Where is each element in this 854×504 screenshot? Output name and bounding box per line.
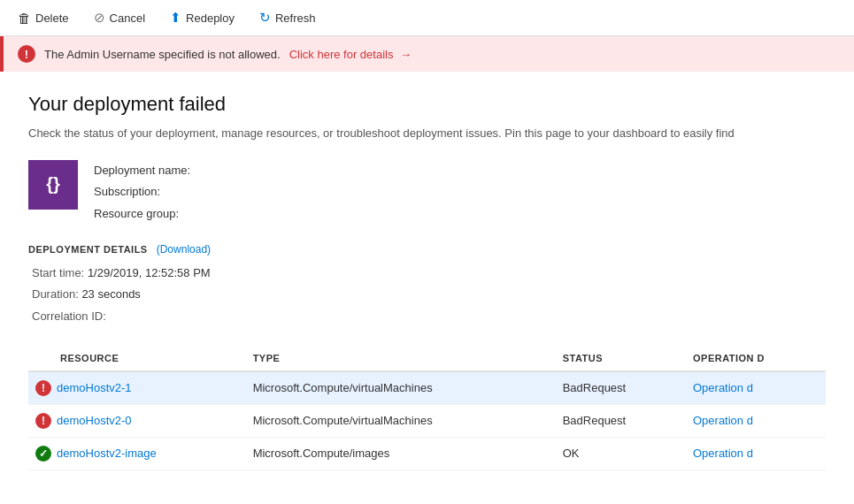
resource-group-label: Resource group:: [94, 207, 179, 220]
error-status-icon: !: [35, 380, 51, 396]
cell-resource-2: ✓demoHostv2-image: [28, 438, 242, 470]
cell-resource-0: !demoHostv2-1: [28, 372, 242, 404]
cell-type-1: Microsoft.Compute/virtualMachines: [242, 404, 552, 437]
table-header-row: RESOURCE TYPE STATUS OPERATION D: [28, 346, 826, 371]
cell-operation-0: Operation d: [682, 371, 826, 405]
deployment-icon-label: {}: [46, 174, 60, 195]
error-link[interactable]: Click here for details →: [289, 48, 412, 61]
deployment-name-label: Deployment name:: [94, 164, 190, 177]
cancel-icon: ⊘: [94, 10, 105, 26]
col-status: STATUS: [552, 346, 682, 371]
table-row[interactable]: !demoHostv2-1Microsoft.Compute/virtualMa…: [28, 371, 826, 405]
cell-type-0: Microsoft.Compute/virtualMachines: [242, 371, 552, 405]
error-message: The Admin Username specified is not allo…: [44, 48, 281, 61]
redeploy-label: Redeploy: [186, 11, 235, 25]
cancel-button[interactable]: ⊘ Cancel: [90, 8, 149, 27]
redeploy-icon: ⬆: [170, 10, 181, 26]
error-status-icon: !: [35, 413, 51, 429]
deployment-info-row: {} Deployment name: Subscription: Resour…: [28, 160, 826, 225]
resource-link-0[interactable]: demoHostv2-1: [57, 381, 132, 394]
cell-operation-2: Operation d: [682, 437, 826, 470]
col-operation: OPERATION D: [682, 346, 826, 371]
cell-status-2: OK: [552, 437, 682, 470]
col-type: TYPE: [242, 346, 552, 371]
col-resource: RESOURCE: [28, 346, 242, 371]
details-header: DEPLOYMENT DETAILS (Download): [28, 243, 826, 256]
delete-icon: 🗑: [18, 11, 31, 26]
table-row[interactable]: ✓demoHostv2-imageMicrosoft.Compute/image…: [28, 437, 826, 470]
details-body: Start time: 1/29/2019, 12:52:58 PM Durat…: [28, 263, 826, 328]
toolbar: 🗑 Delete ⊘ Cancel ⬆ Redeploy ↻ Refresh: [0, 0, 854, 36]
success-status-icon: ✓: [35, 446, 51, 462]
deployment-name-row: Deployment name:: [94, 160, 190, 182]
refresh-button[interactable]: ↻ Refresh: [256, 8, 319, 27]
refresh-icon: ↻: [259, 10, 271, 26]
duration-value: 23 seconds: [81, 287, 141, 301]
error-icon: !: [18, 45, 35, 63]
main-content: Your deployment failed Check the status …: [0, 72, 854, 485]
cell-resource-1: !demoHostv2-0: [28, 405, 242, 437]
resource-link-2[interactable]: demoHostv2-image: [57, 447, 157, 460]
operation-link-1[interactable]: Operation d: [693, 414, 753, 427]
page-title: Your deployment failed: [28, 93, 826, 116]
subscription-label: Subscription:: [94, 185, 160, 198]
cell-status-0: BadRequest: [552, 371, 682, 405]
resource-table: RESOURCE TYPE STATUS OPERATION D !demoHo…: [28, 346, 826, 470]
delete-button[interactable]: 🗑 Delete: [14, 9, 73, 27]
resource-link-1[interactable]: demoHostv2-0: [57, 414, 132, 427]
deployment-details-section: DEPLOYMENT DETAILS (Download) Start time…: [28, 243, 826, 328]
error-arrow: →: [400, 48, 412, 61]
start-time-value: 1/29/2019, 12:52:58 PM: [88, 266, 211, 279]
table-body: !demoHostv2-1Microsoft.Compute/virtualMa…: [28, 371, 826, 470]
start-time-label: Start time:: [32, 266, 84, 279]
error-link-text: Click here for details: [289, 48, 394, 61]
operation-link-0[interactable]: Operation d: [693, 381, 753, 394]
operation-link-2[interactable]: Operation d: [693, 447, 753, 460]
deployment-meta: Deployment name: Subscription: Resource …: [94, 160, 190, 225]
subscription-row: Subscription:: [94, 181, 190, 203]
download-link[interactable]: (Download): [157, 243, 211, 256]
cancel-label: Cancel: [110, 11, 145, 25]
start-time-row: Start time: 1/29/2019, 12:52:58 PM: [32, 263, 826, 285]
duration-label: Duration:: [32, 287, 79, 301]
deployment-subtitle: Check the status of your deployment, man…: [28, 125, 826, 142]
deployment-icon: {}: [28, 160, 78, 210]
delete-label: Delete: [35, 11, 69, 25]
cell-type-2: Microsoft.Compute/images: [242, 437, 552, 470]
correlation-label: Correlation ID:: [32, 309, 106, 323]
refresh-label: Refresh: [275, 11, 316, 25]
redeploy-button[interactable]: ⬆ Redeploy: [166, 8, 238, 27]
resource-group-row: Resource group:: [94, 203, 190, 225]
cell-status-1: BadRequest: [552, 404, 682, 437]
cell-operation-1: Operation d: [682, 404, 826, 437]
duration-row: Duration: 23 seconds: [32, 284, 826, 306]
table-row[interactable]: !demoHostv2-0Microsoft.Compute/virtualMa…: [28, 404, 826, 437]
correlation-row: Correlation ID:: [32, 306, 826, 328]
error-banner: ! The Admin Username specified is not al…: [0, 36, 854, 72]
details-title: DEPLOYMENT DETAILS: [28, 244, 148, 255]
